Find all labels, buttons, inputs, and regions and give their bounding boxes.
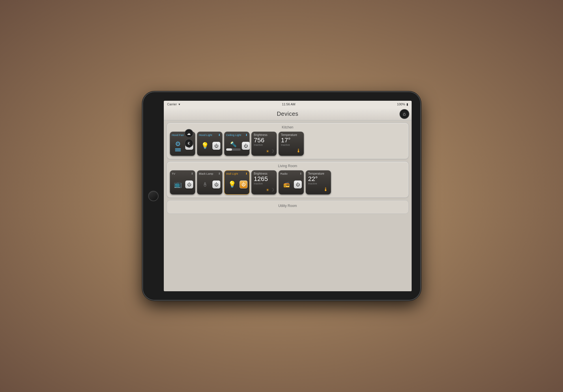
kitchen-brightness-header: Brightness <box>254 133 274 137</box>
kitchen-temp-header: Temperature <box>281 133 301 137</box>
wall-light-body: 💡 ⏻ <box>226 176 248 193</box>
sun-icon: ☀ <box>266 149 270 154</box>
wall-light-tile[interactable]: Wall Light ⬇ 💡 ⏻ <box>224 170 250 195</box>
living-room-section: Living Room TV ⬇ 📺 ⏻ <box>167 161 409 198</box>
living-temp-header: Temperature <box>308 172 328 175</box>
status-time: 11:56 AM <box>282 102 295 106</box>
carrier-label: Carrier <box>167 102 177 106</box>
radio-power-button[interactable]: ⏻ <box>294 180 302 188</box>
tv-tile[interactable]: TV ⬇ 📺 ⏻ <box>170 170 195 195</box>
utility-room-label: Utility Room <box>170 204 406 208</box>
living-moon-icon: ☽ <box>270 187 274 193</box>
kitchen-temp-tile[interactable]: Temperature 17° Inactive 🌡 <box>278 132 304 156</box>
ipad-home-button[interactable] <box>148 191 159 201</box>
black-lamp-icon-area: 🕯 <box>199 181 211 188</box>
app-header: Devices ⌂ <box>164 108 412 120</box>
utility-room-section: Utility Room <box>167 200 409 214</box>
hood-light-body: 💡 ⏻ <box>199 138 220 154</box>
wall-bulb-icon: 💡 <box>228 181 236 188</box>
radio-arrow-icon: ⬇ <box>300 172 302 175</box>
kitchen-brightness-value: 756 <box>254 137 274 143</box>
battery-label: 100% <box>397 102 405 106</box>
ipad-screen: Carrier ▾ 11:56 AM 100% ▮ Devices ⌂ ☁ € <box>164 101 412 291</box>
wall-light-name: Wall Light <box>226 172 245 175</box>
living-thermometer-icon: 🌡 <box>323 186 328 193</box>
wifi-icon: ▾ <box>179 102 180 106</box>
living-temp-status: Inactive <box>308 182 328 185</box>
status-left: Carrier ▾ <box>167 102 181 106</box>
sidebar-euro-button[interactable]: € <box>185 139 193 148</box>
home-nav-icon: ⌂ <box>403 111 406 117</box>
app-title: Devices <box>277 111 298 117</box>
radio-body: 📻 ⏻ <box>280 176 302 193</box>
sidebar: ☁ € <box>185 129 193 148</box>
ipad-device: Carrier ▾ 11:56 AM 100% ▮ Devices ⌂ ☁ € <box>143 92 420 300</box>
living-brightness-value: 1265 <box>254 176 274 182</box>
kitchen-temp-icons: 🌡 <box>281 148 301 154</box>
status-right: 100% ▮ <box>397 102 408 106</box>
battery-icon: ▮ <box>406 102 408 106</box>
fan-lines <box>175 148 181 151</box>
radio-icon-area: 📻 <box>280 181 293 188</box>
black-lamp-header: Black Lamp ⬇ <box>199 172 220 175</box>
black-lamp-tile[interactable]: Black Lamp ⬇ 🕯 ⏻ <box>197 170 222 195</box>
black-lamp-name: Black Lamp <box>199 172 218 175</box>
living-sun-icon: ☀ <box>266 188 270 192</box>
ceiling-light-header: Ceiling Light ⬇ <box>226 133 248 137</box>
tv-arrow-icon: ⬇ <box>191 172 193 175</box>
kitchen-label: Kitchen <box>170 125 406 129</box>
sidebar-cloud-button[interactable]: ☁ <box>185 129 193 138</box>
tv-body: 📺 ⏻ <box>172 176 193 193</box>
cloud-icon: ☁ <box>187 131 191 136</box>
hood-light-tile[interactable]: Hood Light ⬇ 💡 ⏻ <box>197 132 222 156</box>
tv-header: TV ⬇ <box>172 172 193 175</box>
radio-icon: 📻 <box>283 181 290 188</box>
kitchen-brightness-status: Inactive <box>254 143 274 146</box>
living-brightness-header: Brightness <box>254 172 274 175</box>
black-lamp-arrow-icon: ⬇ <box>218 172 220 175</box>
living-brightness-tile[interactable]: Brightness 1265 Inactive ☀ ☽ <box>251 170 277 195</box>
black-lamp-body: 🕯 ⏻ <box>199 176 220 193</box>
hood-light-arrow-icon: ⬇ <box>218 133 220 137</box>
living-brightness-icons: ☀ ☽ <box>254 187 274 193</box>
ceiling-light-icon-area: 🔦 <box>226 141 241 151</box>
tv-icon: 📺 <box>174 181 182 188</box>
living-temp-value: 22° <box>308 176 328 182</box>
living-temp-icons: 🌡 <box>308 186 328 193</box>
wall-light-header: Wall Light ⬇ <box>226 172 248 175</box>
hood-light-name: Hood Light <box>199 133 218 137</box>
kitchen-section: Kitchen Hood Fan ⬇ ⚙ <box>167 123 409 159</box>
kitchen-temp-value: 17° <box>281 137 301 143</box>
kitchen-temp-status: Inactive <box>281 143 301 146</box>
lamp-icon: 🕯 <box>202 181 208 188</box>
living-brightness-status: Inactive <box>254 182 274 185</box>
main-content: Kitchen Hood Fan ⬇ ⚙ <box>164 120 412 291</box>
home-nav-button[interactable]: ⌂ <box>400 109 409 119</box>
wall-light-arrow-icon: ⬇ <box>245 172 248 175</box>
fan-icon: ⚙ <box>175 140 181 151</box>
kitchen-brightness-tile[interactable]: Brightness 756 Inactive ☀ ☽ <box>251 132 277 156</box>
hood-light-power-button[interactable]: ⏻ <box>212 142 220 150</box>
kitchen-devices: Hood Fan ⬇ ⚙ <box>170 132 406 156</box>
thermometer-icon: 🌡 <box>296 148 301 154</box>
status-bar: Carrier ▾ 11:56 AM 100% ▮ <box>164 101 412 108</box>
wall-light-power-button[interactable]: ⏻ <box>239 180 248 188</box>
tv-name: TV <box>172 172 191 175</box>
living-room-label: Living Room <box>170 164 406 168</box>
bulb-icon: 💡 <box>201 142 209 150</box>
ceiling-slider <box>226 148 241 151</box>
radio-tile[interactable]: Radio ⬇ 📻 ⏻ <box>278 170 304 195</box>
tv-power-button[interactable]: ⏻ <box>185 180 193 188</box>
ceiling-light-body: 🔦 ⏻ <box>226 138 248 154</box>
hood-light-header: Hood Light ⬇ <box>199 133 220 137</box>
ceiling-light-tile[interactable]: Ceiling Light ⬇ 🔦 <box>224 132 250 156</box>
black-lamp-power-button[interactable]: ⏻ <box>212 180 220 188</box>
ceiling-light-name: Ceiling Light <box>226 133 245 137</box>
ceiling-light-power-button[interactable]: ⏻ <box>242 142 250 150</box>
ceiling-lamp-visual: 🔦 <box>226 141 241 151</box>
wall-light-icon-area: 💡 <box>226 181 238 188</box>
euro-icon: € <box>188 141 190 145</box>
hood-light-icon-area: 💡 <box>199 142 211 150</box>
living-temp-tile[interactable]: Temperature 22° Inactive 🌡 <box>306 170 331 195</box>
hood-fan-icon-area: ⚙ <box>172 140 184 151</box>
